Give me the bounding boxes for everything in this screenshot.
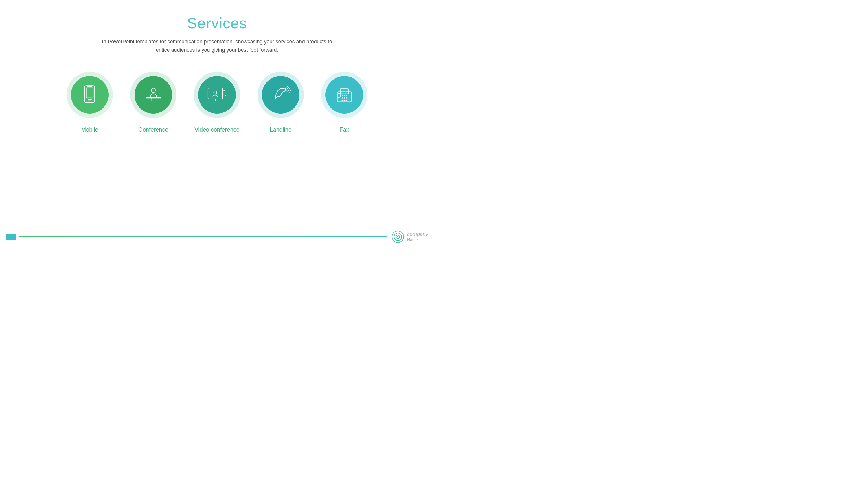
service-item-mobile: Mobile [66,72,113,133]
svg-marker-12 [222,90,226,95]
page-title: Services [187,14,247,32]
svg-rect-24 [338,93,340,98]
service-item-fax: Fax [321,72,368,133]
service-item-conference: Conference [130,72,177,133]
fax-label: Fax [339,126,349,133]
conference-label-container: Conference [130,123,177,133]
page-number-badge: 11 [6,234,16,240]
service-item-landline: Landline [257,72,304,133]
fax-label-container: Fax [321,123,368,133]
svg-point-22 [344,100,345,101]
landline-icon [271,85,291,105]
video-conference-icon [207,85,227,105]
svg-point-23 [346,100,347,101]
svg-rect-1 [86,88,93,98]
svg-point-16 [344,95,345,96]
fax-outer-ring [321,72,368,118]
landline-outer-ring [257,72,304,118]
company-name-label: Name [407,237,428,242]
landline-label: Landline [270,126,292,133]
svg-point-21 [342,100,343,101]
company-logo-icon [392,230,404,243]
fax-inner-circle [326,76,363,113]
svg-point-17 [346,95,347,96]
svg-point-15 [342,95,343,96]
fax-icon [334,85,354,105]
videoconf-label: Video conference [194,126,239,133]
company-text: company Name [407,231,428,242]
svg-rect-14 [340,89,348,94]
svg-point-28 [397,236,398,237]
footer-line [19,236,386,237]
landline-label-container: Landline [257,123,304,133]
videoconf-label-container: Video conference [194,123,240,133]
conference-label: Conference [138,126,168,133]
svg-rect-2 [88,99,92,100]
mobile-label: Mobile [81,126,98,133]
mobile-inner-circle [71,76,108,113]
company-logo-area: company Name [392,230,428,243]
services-row: Mobile [66,72,368,133]
conference-inner-circle [134,76,172,113]
svg-point-20 [346,97,347,98]
svg-rect-8 [208,88,223,99]
company-word: company [407,231,428,238]
slide-page: Services In PowerPoint templates for com… [0,0,434,244]
landline-inner-circle [262,76,300,113]
footer: 11 company Name [0,230,434,244]
videoconf-inner-circle [198,76,236,113]
conference-outer-ring [130,72,177,118]
svg-point-9 [214,91,217,94]
mobile-outer-ring [66,72,113,118]
videoconf-outer-ring [194,72,240,118]
svg-rect-4 [146,97,161,98]
svg-point-18 [342,97,343,98]
service-item-videoconf: Video conference [194,72,240,133]
page-subtitle: In PowerPoint templates for communicatio… [101,38,333,54]
svg-point-5 [151,88,155,92]
conference-icon [143,85,163,105]
mobile-label-container: Mobile [66,123,113,133]
svg-point-19 [344,97,345,98]
mobile-icon [80,85,100,105]
